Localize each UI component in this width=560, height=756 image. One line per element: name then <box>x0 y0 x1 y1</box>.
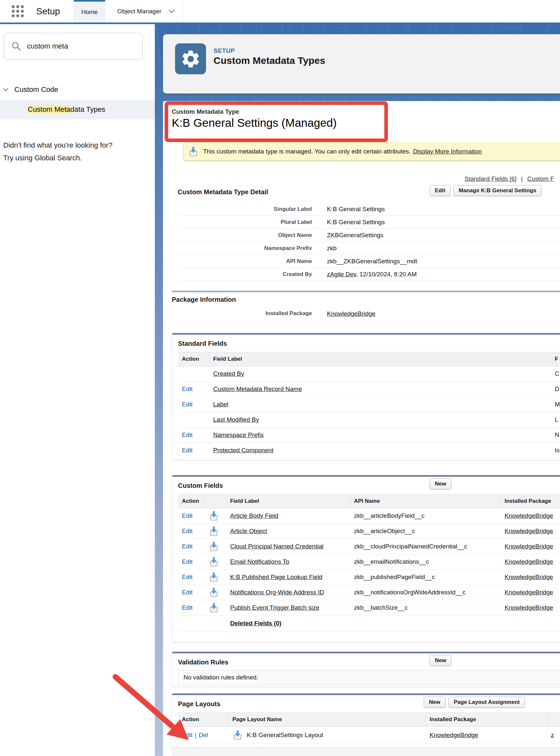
field-label-link[interactable]: Created By <box>213 370 244 377</box>
validation-rules-heading: Validation Rules <box>178 658 560 666</box>
cell-package-icon <box>205 511 226 521</box>
cell-action: Edit <box>178 558 205 565</box>
package-icon <box>188 146 199 157</box>
managed-info-banner: This custom metadata type is managed. Yo… <box>183 142 560 161</box>
tab-home[interactable]: Home <box>74 0 105 22</box>
cell-field-name-partial: Is <box>552 447 560 454</box>
installed-package-link[interactable]: KnowledgeBridge <box>327 310 376 317</box>
search-match-highlight: Custom Meta <box>28 105 71 114</box>
detail-row: Plural LabelK:B General Settings <box>178 216 560 229</box>
field-label-link[interactable]: Article Object <box>230 528 267 535</box>
sidebar-section-custom-code[interactable]: Custom Code <box>3 85 58 94</box>
cell-api-name: zkb__publishedPageField__c <box>350 573 501 581</box>
cell-field-label: Custom Metadata Record Name <box>209 386 552 393</box>
page-layout-assignment-button[interactable]: Page Layout Assignment <box>448 697 525 708</box>
manage-records-button[interactable]: Manage K:B General Settings <box>454 185 541 196</box>
field-label-link[interactable]: Label <box>213 401 228 408</box>
installed-package-link[interactable]: KnowledgeBridge <box>505 573 553 581</box>
installed-package-link[interactable]: KnowledgeBridge <box>505 604 553 611</box>
detail-label: Namespace Prefix <box>178 242 312 254</box>
standard-fields-header-row: Action Field Label F <box>178 352 560 366</box>
field-label-link[interactable]: Cloud Principal Named Credential <box>230 543 323 550</box>
installed-package-link[interactable]: KnowledgeBridge <box>429 732 478 739</box>
edit-link[interactable]: Edit <box>182 386 193 393</box>
edit-link[interactable]: Edit <box>182 558 193 565</box>
detail-label: Object Name <box>178 229 312 242</box>
partial-link[interactable]: z <box>551 732 554 739</box>
field-label-link[interactable]: K:B Published Page Lookup Field <box>230 573 322 581</box>
edit-link[interactable]: Edit <box>182 528 193 535</box>
search-input[interactable] <box>26 42 135 51</box>
section-accent-bar <box>172 333 560 335</box>
setup-search[interactable] <box>4 33 143 60</box>
edit-link[interactable]: Edit <box>182 732 193 739</box>
package-icon <box>208 526 219 536</box>
banner-text: This custom metadata type is managed. Yo… <box>203 148 411 155</box>
quick-link[interactable]: Custom F <box>527 175 554 182</box>
display-more-information-link[interactable]: Display More Information <box>413 148 482 155</box>
detail-value: ZKBGeneralSettings <box>327 232 383 239</box>
table-row: Last Modified ByL <box>178 412 560 428</box>
cell-field-label: Email Notifications To <box>226 558 350 565</box>
del-link[interactable]: Del <box>199 732 208 739</box>
cell-field-label: Publish Event Trigger Batch size <box>226 604 350 611</box>
package-icon <box>208 526 219 536</box>
package-info-row: Installed PackageKnowledgeBridge <box>178 310 560 318</box>
edit-link[interactable]: Edit <box>182 604 193 611</box>
edit-link[interactable]: Edit <box>182 589 193 596</box>
cell-action: Edit <box>178 604 205 611</box>
edit-link[interactable]: Edit <box>182 573 193 581</box>
installed-package-label: Installed Package <box>178 310 312 317</box>
detail-value-suffix: , 12/10/2024, 8:20 AM <box>356 271 417 278</box>
content-panel: Custom Metadata Type K:B General Setting… <box>163 101 560 756</box>
edit-button[interactable]: Edit <box>429 185 451 196</box>
installed-package-link[interactable]: KnowledgeBridge <box>505 512 553 519</box>
column-header-partial <box>547 713 560 726</box>
edit-link[interactable]: Edit <box>182 512 193 519</box>
cell-field-label: Last Modified By <box>209 416 552 423</box>
chevron-down-icon <box>168 9 175 13</box>
tab-object-manager[interactable]: Object Manager <box>105 0 183 22</box>
edit-link[interactable]: Edit <box>182 401 193 408</box>
field-label-link[interactable]: Protected Component <box>213 447 274 454</box>
field-label-link[interactable]: Namespace Prefix <box>213 431 264 438</box>
edit-link[interactable]: Edit <box>182 543 193 550</box>
quick-link[interactable]: Standard Fields [6] <box>464 175 516 182</box>
setup-page-header: SETUP Custom Metadata Types <box>163 34 560 94</box>
cell-field-name-partial: D <box>552 386 560 393</box>
package-icon <box>208 541 219 552</box>
installed-package-link[interactable]: KnowledgeBridge <box>505 558 553 565</box>
sidebar-item-custom-metadata-types[interactable]: Custom Metadata Types <box>0 100 155 119</box>
section-quick-links: Standard Fields [6]|Custom F <box>464 175 554 183</box>
detail-value: zkb__ZKBGeneralSettings__mdt <box>327 258 417 265</box>
page-layouts-new-button[interactable]: New <box>424 697 445 708</box>
installed-package-link[interactable]: KnowledgeBridge <box>505 543 553 550</box>
column-header-field-label: Field Label <box>209 352 552 366</box>
cell-package-icon <box>205 556 226 567</box>
app-title: Setup <box>36 6 60 17</box>
detail-row: Object NameZKBGeneralSettings <box>178 229 560 242</box>
custom-fields-new-button[interactable]: New <box>429 478 452 489</box>
field-label-link[interactable]: Article Body Field <box>230 512 278 519</box>
installed-package-link[interactable]: KnowledgeBridge <box>505 528 553 535</box>
field-label-link[interactable]: Notifications Org-Wide Address ID <box>230 589 324 596</box>
sidebar-section-label: Custom Code <box>14 85 58 94</box>
app-launcher-icon[interactable] <box>12 5 24 17</box>
deleted-fields-link[interactable]: Deleted Fields (0) <box>230 620 281 627</box>
page-title: Custom Metadata Types <box>214 55 325 66</box>
cell-action: Edit <box>178 512 205 519</box>
next-section-gap <box>172 748 560 756</box>
created-by-user-link[interactable]: zAgile Dev <box>327 271 356 278</box>
field-label-link[interactable]: Last Modified By <box>213 416 259 423</box>
detail-row: Created ByzAgile Dev, 12/10/2024, 8:20 A… <box>178 268 560 281</box>
detail-label: API Name <box>178 255 312 268</box>
edit-link[interactable]: Edit <box>182 447 193 454</box>
edit-link[interactable]: Edit <box>182 431 193 438</box>
validation-rules-new-button[interactable]: New <box>429 655 452 666</box>
field-label-link[interactable]: Publish Event Trigger Batch size <box>230 604 319 611</box>
cell-field-label: Article Body Field <box>226 512 350 519</box>
installed-package-link[interactable]: KnowledgeBridge <box>505 589 553 596</box>
custom-fields-header-row: Action Field Label API Name Installed Pa… <box>178 494 560 508</box>
field-label-link[interactable]: Custom Metadata Record Name <box>213 386 302 393</box>
field-label-link[interactable]: Email Notifications To <box>230 558 289 565</box>
